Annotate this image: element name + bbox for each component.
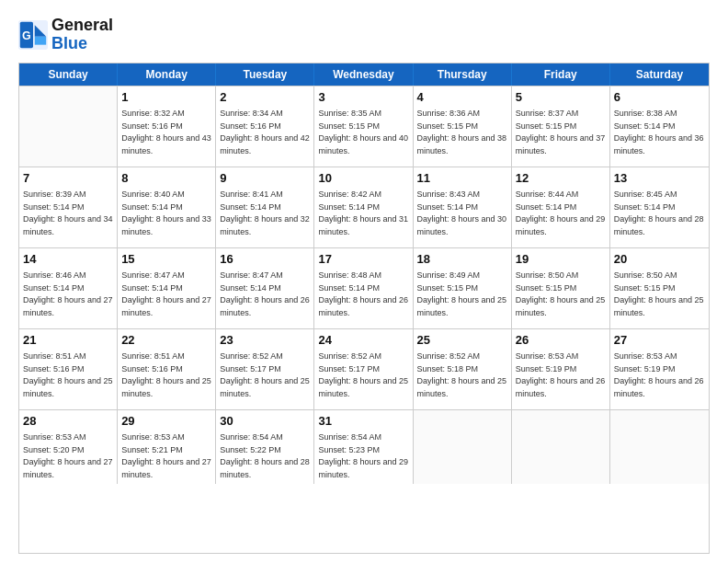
day-cell-8: 8Sunrise: 8:40 AMSunset: 5:14 PMDaylight…	[118, 167, 216, 247]
cell-info: Sunrise: 8:52 AMSunset: 5:17 PMDaylight:…	[220, 350, 310, 400]
day-cell-20: 20Sunrise: 8:50 AMSunset: 5:15 PMDayligh…	[610, 248, 709, 328]
day-cell-26: 26Sunrise: 8:53 AMSunset: 5:19 PMDayligh…	[512, 329, 610, 409]
calendar-body: 1Sunrise: 8:32 AMSunset: 5:16 PMDaylight…	[19, 86, 709, 485]
cell-info: Sunrise: 8:53 AMSunset: 5:19 PMDaylight:…	[614, 350, 705, 400]
page: G General Blue SundayMondayTuesdayWednes…	[0, 0, 728, 563]
cell-info: Sunrise: 8:54 AMSunset: 5:23 PMDaylight:…	[318, 431, 408, 481]
cell-info: Sunrise: 8:50 AMSunset: 5:15 PMDaylight:…	[516, 270, 606, 319]
week-row-4: 21Sunrise: 8:51 AMSunset: 5:16 PMDayligh…	[19, 328, 709, 409]
logo-text: General Blue	[51, 17, 113, 53]
day-number: 20	[614, 251, 705, 269]
cell-info: Sunrise: 8:53 AMSunset: 5:21 PMDaylight:…	[121, 431, 211, 481]
cell-info: Sunrise: 8:51 AMSunset: 5:16 PMDaylight:…	[23, 350, 113, 400]
day-cell-2: 2Sunrise: 8:34 AMSunset: 5:16 PMDaylight…	[216, 86, 314, 167]
cell-info: Sunrise: 8:43 AMSunset: 5:14 PMDaylight:…	[417, 189, 507, 238]
day-header-saturday: Saturday	[610, 63, 709, 86]
cell-info: Sunrise: 8:35 AMSunset: 5:15 PMDaylight:…	[318, 108, 408, 157]
cell-info: Sunrise: 8:52 AMSunset: 5:17 PMDaylight:…	[318, 350, 408, 400]
day-cell-22: 22Sunrise: 8:51 AMSunset: 5:16 PMDayligh…	[118, 329, 216, 409]
day-number: 25	[417, 332, 507, 350]
week-row-2: 7Sunrise: 8:39 AMSunset: 5:14 PMDaylight…	[19, 167, 709, 247]
day-cell-28: 28Sunrise: 8:53 AMSunset: 5:20 PMDayligh…	[19, 410, 118, 485]
day-number: 23	[220, 332, 310, 350]
day-cell-18: 18Sunrise: 8:49 AMSunset: 5:15 PMDayligh…	[414, 248, 512, 328]
day-cell-14: 14Sunrise: 8:46 AMSunset: 5:14 PMDayligh…	[19, 248, 118, 328]
day-number: 13	[614, 170, 705, 188]
calendar: SundayMondayTuesdayWednesdayThursdayFrid…	[18, 63, 710, 554]
day-number: 29	[121, 413, 211, 431]
day-number: 31	[318, 413, 408, 431]
day-number: 22	[121, 332, 211, 350]
empty-cell	[512, 410, 610, 485]
day-cell-19: 19Sunrise: 8:50 AMSunset: 5:15 PMDayligh…	[512, 248, 610, 328]
svg-text:G: G	[22, 29, 31, 42]
day-number: 16	[220, 251, 310, 269]
day-cell-6: 6Sunrise: 8:38 AMSunset: 5:14 PMDaylight…	[610, 86, 709, 167]
header: G General Blue	[18, 17, 710, 53]
day-cell-11: 11Sunrise: 8:43 AMSunset: 5:14 PMDayligh…	[414, 167, 512, 247]
day-number: 26	[516, 332, 606, 350]
day-cell-23: 23Sunrise: 8:52 AMSunset: 5:17 PMDayligh…	[216, 329, 314, 409]
cell-info: Sunrise: 8:36 AMSunset: 5:15 PMDaylight:…	[417, 108, 507, 157]
day-cell-27: 27Sunrise: 8:53 AMSunset: 5:19 PMDayligh…	[610, 329, 709, 409]
day-header-thursday: Thursday	[414, 63, 512, 86]
day-header-friday: Friday	[512, 63, 610, 86]
cell-info: Sunrise: 8:40 AMSunset: 5:14 PMDaylight:…	[121, 189, 211, 238]
day-number: 8	[121, 170, 211, 188]
cell-info: Sunrise: 8:44 AMSunset: 5:14 PMDaylight:…	[516, 189, 606, 238]
cell-info: Sunrise: 8:46 AMSunset: 5:14 PMDaylight:…	[23, 270, 113, 319]
day-cell-10: 10Sunrise: 8:42 AMSunset: 5:14 PMDayligh…	[314, 167, 413, 247]
day-number: 18	[417, 251, 507, 269]
day-header-sunday: Sunday	[19, 63, 118, 86]
day-header-monday: Monday	[118, 63, 216, 86]
day-number: 7	[23, 170, 113, 188]
cell-info: Sunrise: 8:32 AMSunset: 5:16 PMDaylight:…	[121, 108, 211, 157]
day-number: 1	[121, 89, 211, 107]
svg-marker-2	[35, 37, 46, 45]
cell-info: Sunrise: 8:34 AMSunset: 5:16 PMDaylight:…	[220, 108, 310, 157]
day-cell-4: 4Sunrise: 8:36 AMSunset: 5:15 PMDaylight…	[414, 86, 512, 167]
day-cell-13: 13Sunrise: 8:45 AMSunset: 5:14 PMDayligh…	[610, 167, 709, 247]
day-cell-25: 25Sunrise: 8:52 AMSunset: 5:18 PMDayligh…	[414, 329, 512, 409]
empty-cell	[414, 410, 512, 485]
day-number: 12	[516, 170, 606, 188]
cell-info: Sunrise: 8:42 AMSunset: 5:14 PMDaylight:…	[318, 189, 408, 238]
day-number: 27	[614, 332, 705, 350]
cell-info: Sunrise: 8:39 AMSunset: 5:14 PMDaylight:…	[23, 189, 113, 238]
logo: G General Blue	[18, 17, 113, 53]
day-number: 6	[614, 89, 705, 107]
empty-cell	[19, 86, 118, 167]
week-row-5: 28Sunrise: 8:53 AMSunset: 5:20 PMDayligh…	[19, 409, 709, 485]
day-number: 3	[318, 89, 408, 107]
cell-info: Sunrise: 8:53 AMSunset: 5:20 PMDaylight:…	[23, 431, 113, 481]
day-number: 30	[220, 413, 310, 431]
day-cell-7: 7Sunrise: 8:39 AMSunset: 5:14 PMDaylight…	[19, 167, 118, 247]
day-cell-9: 9Sunrise: 8:41 AMSunset: 5:14 PMDaylight…	[216, 167, 314, 247]
day-number: 10	[318, 170, 408, 188]
calendar-header: SundayMondayTuesdayWednesdayThursdayFrid…	[19, 63, 709, 86]
day-number: 15	[121, 251, 211, 269]
day-cell-12: 12Sunrise: 8:44 AMSunset: 5:14 PMDayligh…	[512, 167, 610, 247]
cell-info: Sunrise: 8:51 AMSunset: 5:16 PMDaylight:…	[121, 350, 211, 400]
logo-icon: G	[18, 20, 48, 50]
week-row-1: 1Sunrise: 8:32 AMSunset: 5:16 PMDaylight…	[19, 86, 709, 167]
cell-info: Sunrise: 8:45 AMSunset: 5:14 PMDaylight:…	[614, 189, 705, 238]
day-cell-31: 31Sunrise: 8:54 AMSunset: 5:23 PMDayligh…	[314, 410, 413, 485]
day-number: 21	[23, 332, 113, 350]
logo-blue: Blue	[51, 34, 87, 52]
cell-info: Sunrise: 8:47 AMSunset: 5:14 PMDaylight:…	[220, 270, 310, 319]
day-cell-1: 1Sunrise: 8:32 AMSunset: 5:16 PMDaylight…	[118, 86, 216, 167]
day-cell-5: 5Sunrise: 8:37 AMSunset: 5:15 PMDaylight…	[512, 86, 610, 167]
cell-info: Sunrise: 8:47 AMSunset: 5:14 PMDaylight:…	[121, 270, 211, 319]
cell-info: Sunrise: 8:52 AMSunset: 5:18 PMDaylight:…	[417, 350, 507, 400]
day-number: 28	[23, 413, 113, 431]
day-cell-29: 29Sunrise: 8:53 AMSunset: 5:21 PMDayligh…	[118, 410, 216, 485]
empty-cell	[610, 410, 709, 485]
day-header-wednesday: Wednesday	[314, 63, 413, 86]
cell-info: Sunrise: 8:50 AMSunset: 5:15 PMDaylight:…	[614, 270, 705, 319]
cell-info: Sunrise: 8:54 AMSunset: 5:22 PMDaylight:…	[220, 431, 310, 481]
week-row-3: 14Sunrise: 8:46 AMSunset: 5:14 PMDayligh…	[19, 247, 709, 328]
day-number: 24	[318, 332, 408, 350]
cell-info: Sunrise: 8:37 AMSunset: 5:15 PMDaylight:…	[516, 108, 606, 157]
day-number: 17	[318, 251, 408, 269]
